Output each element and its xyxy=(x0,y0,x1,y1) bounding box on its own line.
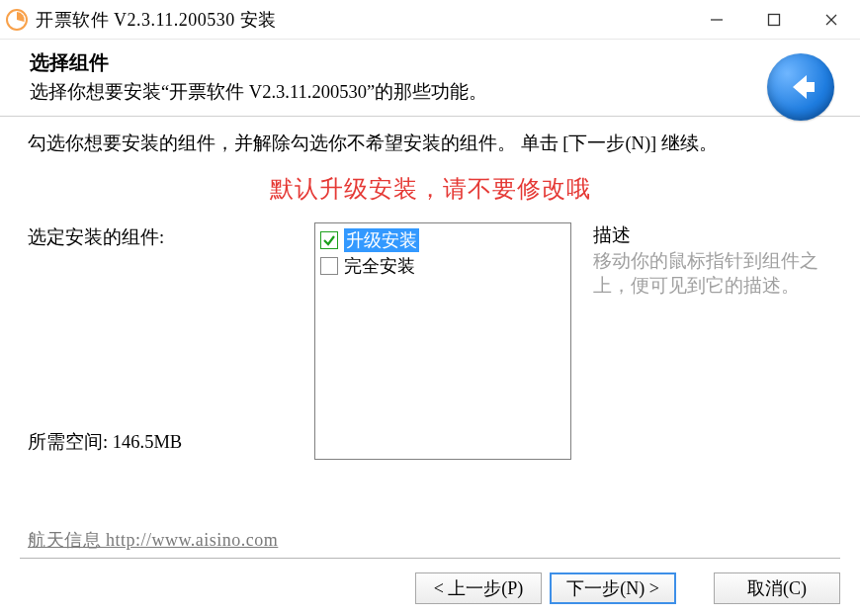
components-list[interactable]: 升级安装 完全安装 xyxy=(314,222,571,460)
maximize-button[interactable] xyxy=(745,0,803,39)
components-label: 选定安装的组件: xyxy=(28,224,314,249)
next-button[interactable]: 下一步(N) > xyxy=(550,572,676,604)
window-title: 开票软件 V2.3.11.200530 安装 xyxy=(36,8,688,32)
cancel-button-label: 取消(C) xyxy=(747,576,807,600)
description-body: 移动你的鼠标指针到组件之上，便可见到它的描述。 xyxy=(593,249,832,299)
cancel-button[interactable]: 取消(C) xyxy=(714,572,840,604)
header-title: 选择组件 xyxy=(30,49,830,76)
description-title: 描述 xyxy=(593,222,832,247)
warning-text: 默认升级安装，请不要修改哦 xyxy=(28,173,832,205)
minimize-button[interactable] xyxy=(688,0,745,39)
app-icon xyxy=(6,9,28,31)
component-item-label: 升级安装 xyxy=(344,228,419,252)
next-button-label: 下一步(N) > xyxy=(566,576,659,600)
back-arrow-icon xyxy=(767,53,834,121)
component-item-label: 完全安装 xyxy=(344,254,415,278)
window-titlebar: 开票软件 V2.3.11.200530 安装 xyxy=(0,0,860,40)
wizard-footer: 航天信息 http://www.aisino.com < 上一步(P) 下一步(… xyxy=(0,528,860,616)
checkbox-icon[interactable] xyxy=(320,257,338,275)
space-required-label: 所需空间: 146.5MB xyxy=(28,429,314,454)
checkbox-icon[interactable] xyxy=(320,231,338,249)
footer-divider xyxy=(20,558,840,559)
header-subtitle: 选择你想要安装“开票软件 V2.3.11.200530”的那些功能。 xyxy=(30,80,583,106)
back-button[interactable]: < 上一步(P) xyxy=(415,572,542,604)
svg-rect-2 xyxy=(769,14,780,25)
wizard-header: 选择组件 选择你想要安装“开票软件 V2.3.11.200530”的那些功能。 xyxy=(0,40,860,116)
branding-link[interactable]: 航天信息 http://www.aisino.com xyxy=(20,528,840,552)
wizard-body: 勾选你想要安装的组件，并解除勾选你不希望安装的组件。 单击 [下一步(N)] 继… xyxy=(0,117,860,460)
instruction-text: 勾选你想要安装的组件，并解除勾选你不希望安装的组件。 单击 [下一步(N)] 继… xyxy=(28,131,832,157)
close-button[interactable] xyxy=(803,0,860,39)
window-controls xyxy=(688,0,860,39)
back-button-label: < 上一步(P) xyxy=(434,576,524,600)
wizard-button-row: < 上一步(P) 下一步(N) > 取消(C) xyxy=(20,572,840,604)
component-item-upgrade[interactable]: 升级安装 xyxy=(318,227,567,253)
component-item-full[interactable]: 完全安装 xyxy=(318,253,567,279)
